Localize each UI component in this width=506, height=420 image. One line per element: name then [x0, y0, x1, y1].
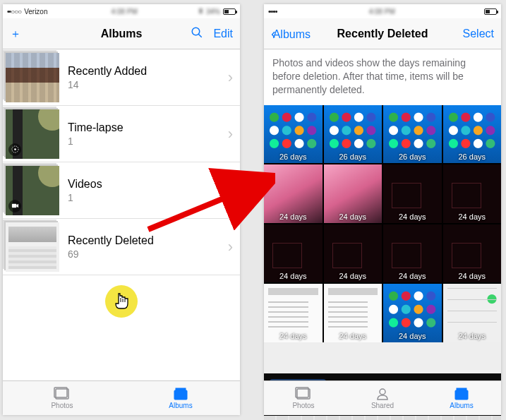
nav-bar: ＋ Albums Edit — [3, 18, 240, 49]
days-remaining-label: 26 days — [324, 152, 382, 161]
phone-recently-deleted: ••••• 4:08 PM ‹Albums Recently Deleted S… — [264, 4, 501, 415]
days-remaining-label: 24 days — [443, 272, 502, 280]
search-button[interactable] — [191, 26, 203, 42]
album-thumb — [6, 109, 59, 159]
tab-albums[interactable]: Albums — [422, 381, 501, 415]
timelapse-icon — [8, 143, 21, 156]
tab-label: Photos — [51, 402, 73, 409]
chevron-right-icon: › — [228, 181, 233, 200]
svg-rect-9 — [176, 388, 186, 390]
days-remaining-label: 24 days — [324, 212, 382, 221]
album-row-time-lapse[interactable]: Time-lapse 1 › — [3, 106, 240, 162]
album-name: Recently Added — [68, 65, 228, 78]
add-album-button[interactable]: ＋ — [10, 28, 21, 40]
album-thumb — [6, 166, 59, 215]
battery-icon — [223, 8, 236, 15]
days-remaining-label: 26 days — [383, 152, 442, 161]
svg-point-4 — [14, 148, 16, 150]
album-count: 1 — [68, 192, 228, 203]
album-name: Videos — [68, 178, 228, 191]
grid-wide-text — [264, 342, 501, 373]
album-count: 14 — [68, 79, 228, 90]
status-bar: ••○○○ Verizon 4:08 PM ⧗ 34% — [3, 4, 240, 18]
back-button[interactable]: ‹Albums — [271, 25, 311, 42]
days-remaining-label: 24 days — [264, 212, 323, 221]
days-remaining-label: 24 days — [443, 332, 502, 340]
tab-bar: Photos Albums — [3, 380, 240, 415]
photo-cell[interactable]: 26 days — [264, 105, 323, 164]
video-icon — [8, 200, 21, 212]
svg-point-1 — [193, 28, 200, 35]
album-thumb — [6, 222, 59, 272]
photo-cell[interactable]: 26 days — [383, 105, 442, 164]
days-remaining-label: 26 days — [264, 152, 323, 161]
signal-icon: ••••• — [268, 8, 277, 16]
album-list: Recently Added 14 › Time-lapse 1 › — [3, 49, 240, 275]
photo-cell[interactable]: 24 days — [324, 224, 382, 283]
tab-photos[interactable]: Photos — [264, 381, 343, 415]
status-bar: ••••• 4:08 PM — [264, 4, 501, 18]
photo-cell[interactable]: 24 days — [264, 284, 323, 342]
album-thumb — [6, 53, 59, 102]
tab-label: Albums — [169, 402, 192, 409]
select-button[interactable]: Select — [463, 28, 494, 40]
photo-cell[interactable]: 24 days — [443, 284, 502, 342]
photo-cell[interactable]: 24 days — [264, 224, 323, 283]
days-remaining-label: 24 days — [324, 272, 382, 280]
photo-cell[interactable]: 24 days — [383, 224, 442, 283]
bt-icon: ⧗ — [198, 7, 203, 16]
phone-albums: ••○○○ Verizon 4:08 PM ⧗ 34% ＋ Albums Edi… — [3, 4, 240, 415]
tab-label: Shared — [371, 402, 394, 409]
grid-wide-keyboard — [264, 416, 501, 420]
photo-cell[interactable]: 26 days — [324, 105, 382, 164]
svg-rect-8 — [174, 390, 187, 400]
status-time: 4:08 PM — [369, 8, 395, 16]
battery-icon — [484, 8, 497, 15]
tab-bar: Photos Shared Albums — [264, 380, 501, 415]
photo-cell[interactable]: 24 days — [324, 284, 382, 342]
photo-cell[interactable]: 24 days — [443, 224, 502, 283]
album-row-recently-added[interactable]: Recently Added 14 › — [3, 49, 240, 106]
photo-cell[interactable]: 26 days — [443, 105, 502, 164]
days-remaining-label: 26 days — [443, 152, 502, 161]
photo-cell[interactable]: 24 days — [324, 164, 382, 223]
tab-albums[interactable]: Albums — [121, 381, 240, 415]
tab-shared[interactable]: Shared — [343, 381, 422, 415]
photo-cell[interactable]: 24 days — [443, 164, 502, 223]
svg-line-2 — [199, 34, 203, 37]
days-remaining-label: 24 days — [264, 272, 323, 280]
album-row-videos[interactable]: Videos 1 › — [3, 162, 240, 219]
chevron-right-icon: › — [228, 238, 233, 256]
days-remaining-label: 24 days — [383, 272, 442, 280]
days-remaining-label: 24 days — [383, 212, 442, 221]
svg-rect-15 — [457, 388, 466, 390]
photo-cell[interactable]: 24 days — [383, 164, 442, 223]
battery-pct: 34% — [206, 8, 220, 16]
album-name: Recently Deleted — [68, 234, 228, 247]
days-remaining-label: 24 days — [443, 212, 502, 221]
days-remaining-label: 24 days — [383, 332, 442, 340]
edit-button[interactable]: Edit — [213, 28, 233, 40]
chevron-right-icon: › — [228, 125, 233, 143]
info-banner: Photos and videos show the days remainin… — [264, 49, 501, 105]
svg-point-13 — [380, 389, 385, 395]
svg-rect-14 — [455, 390, 468, 400]
chevron-right-icon: › — [228, 68, 233, 87]
album-count: 69 — [68, 248, 228, 260]
album-count: 1 — [68, 136, 228, 147]
status-time: 4:08 PM — [112, 8, 138, 16]
signal-icon: ••○○○ — [7, 8, 21, 16]
album-name: Time-lapse — [68, 121, 228, 134]
nav-bar: ‹Albums Recently Deleted Select — [264, 18, 501, 49]
album-row-recently-deleted[interactable]: Recently Deleted 69 › — [3, 219, 240, 275]
photo-grid: 26 days26 days26 days26 days24 days24 da… — [264, 105, 501, 342]
nav-title: Albums — [101, 28, 143, 40]
tab-photos[interactable]: Photos — [3, 381, 121, 415]
photo-cell[interactable]: 24 days — [383, 284, 442, 342]
days-remaining-label: 24 days — [324, 332, 382, 340]
days-remaining-label: 24 days — [264, 332, 323, 340]
photo-cell[interactable]: 24 days — [264, 164, 323, 223]
nav-title: Recently Deleted — [337, 28, 428, 40]
carrier-label: Verizon — [24, 8, 47, 16]
tab-label: Photos — [292, 402, 314, 409]
